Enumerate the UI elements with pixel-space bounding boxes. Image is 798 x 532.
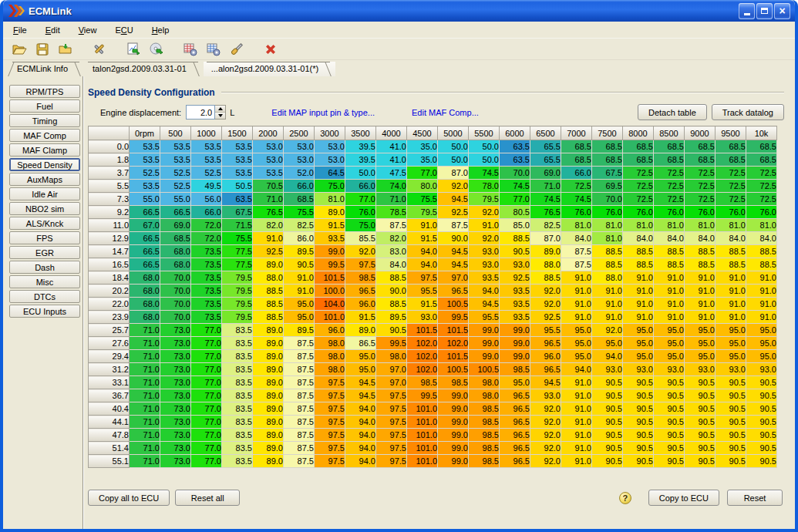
ve-cell[interactable]: 97.5 — [376, 442, 407, 455]
row-header-18-4[interactable]: 18.4 — [89, 271, 130, 285]
ve-cell[interactable]: 67.5 — [222, 206, 253, 219]
ve-cell[interactable]: 95.0 — [654, 350, 685, 363]
ve-cell[interactable]: 68.0 — [130, 298, 160, 311]
ve-cell[interactable]: 74.0 — [376, 180, 407, 193]
open-file-button[interactable] — [9, 40, 29, 59]
ve-cell[interactable]: 99.0 — [438, 416, 469, 429]
row-header-7-3[interactable]: 7.3 — [89, 193, 130, 206]
ve-cell[interactable]: 97.5 — [315, 416, 345, 429]
ve-cell[interactable]: 70.0 — [160, 285, 191, 298]
col-header-8000[interactable]: 8000 — [623, 126, 654, 140]
ve-cell[interactable]: 91.0 — [561, 455, 592, 468]
ve-cell[interactable]: 95.0 — [623, 350, 654, 363]
ve-cell[interactable]: 92.0 — [438, 180, 469, 193]
ve-cell[interactable]: 50.0 — [438, 140, 469, 153]
tab-ecmlink-info[interactable]: ECMLink Info — [9, 62, 85, 76]
engine-displacement-input[interactable] — [186, 105, 215, 120]
col-header-5500[interactable]: 5500 — [469, 126, 500, 140]
ve-cell[interactable]: 84.0 — [685, 232, 716, 245]
ve-cell[interactable]: 92.5 — [438, 206, 469, 219]
ve-cell[interactable]: 63.5 — [500, 140, 530, 153]
ve-cell[interactable]: 72.5 — [685, 180, 716, 193]
ve-cell[interactable]: 91.0 — [592, 285, 623, 298]
ve-cell[interactable]: 92.0 — [345, 245, 376, 258]
ve-cell[interactable]: 90.5 — [592, 376, 623, 389]
ve-cell[interactable]: 75.5 — [284, 206, 315, 219]
ve-cell[interactable]: 75.5 — [407, 193, 438, 206]
ve-cell[interactable]: 98.0 — [315, 337, 345, 350]
ve-cell[interactable]: 53.5 — [160, 140, 191, 153]
ve-cell[interactable]: 84.0 — [654, 232, 685, 245]
ve-cell[interactable]: 93.5 — [500, 285, 530, 298]
ve-cell[interactable]: 88.5 — [685, 245, 716, 258]
ve-cell[interactable]: 92.0 — [530, 298, 561, 311]
ve-cell[interactable]: 72.5 — [716, 193, 746, 206]
ve-cell[interactable]: 91.5 — [407, 298, 438, 311]
ve-cell[interactable]: 93.0 — [500, 258, 530, 271]
col-header-3000[interactable]: 3000 — [315, 126, 345, 140]
ve-cell[interactable]: 88.5 — [530, 271, 561, 285]
ve-cell[interactable]: 97.0 — [376, 363, 407, 376]
col-header-1500[interactable]: 1500 — [222, 126, 253, 140]
ve-cell[interactable]: 88.0 — [253, 271, 284, 285]
ve-cell[interactable]: 68.0 — [130, 311, 160, 324]
ve-cell[interactable]: 76.0 — [746, 206, 777, 219]
ve-cell[interactable]: 87.5 — [284, 389, 315, 402]
ve-cell[interactable]: 74.5 — [561, 193, 592, 206]
ve-cell[interactable]: 91.0 — [746, 311, 777, 324]
ve-cell[interactable]: 90.5 — [592, 429, 623, 442]
save-file-button[interactable] — [32, 40, 52, 59]
ve-cell[interactable]: 92.5 — [530, 311, 561, 324]
ve-cell[interactable]: 97.5 — [315, 376, 345, 389]
ve-cell[interactable]: 71.5 — [222, 219, 253, 232]
ve-cell[interactable]: 66.5 — [130, 258, 160, 271]
ve-cell[interactable]: 77.0 — [191, 376, 222, 389]
ve-cell[interactable]: 95.0 — [284, 298, 315, 311]
ve-cell[interactable]: 91.0 — [253, 232, 284, 245]
sidebar-item-egr[interactable]: EGR — [9, 246, 80, 259]
ve-cell[interactable]: 73.0 — [160, 416, 191, 429]
ve-cell[interactable]: 93.0 — [469, 258, 500, 271]
ve-cell[interactable]: 91.5 — [407, 232, 438, 245]
ve-cell[interactable]: 87.5 — [284, 376, 315, 389]
ve-cell[interactable]: 98.5 — [469, 455, 500, 468]
ve-cell[interactable]: 95.0 — [561, 350, 592, 363]
copy-all-to-ecu-button[interactable]: Copy all to ECU — [88, 490, 170, 506]
ve-cell[interactable]: 53.0 — [315, 140, 345, 153]
row-header-31-2[interactable]: 31.2 — [89, 363, 130, 376]
row-header-29-4[interactable]: 29.4 — [89, 350, 130, 363]
spinner-up-button[interactable] — [215, 106, 225, 113]
ve-cell[interactable]: 67.5 — [592, 167, 623, 180]
ve-cell[interactable]: 90.5 — [623, 376, 654, 389]
ve-cell[interactable]: 101.5 — [315, 271, 345, 285]
sidebar-item-ecu-inputs[interactable]: ECU Inputs — [9, 305, 80, 318]
ve-cell[interactable]: 95.0 — [654, 324, 685, 337]
ve-cell[interactable]: 95.0 — [685, 324, 716, 337]
ve-cell[interactable]: 53.5 — [191, 140, 222, 153]
sidebar-item-timing[interactable]: Timing — [9, 114, 80, 127]
ve-cell[interactable]: 81.0 — [592, 232, 623, 245]
sidebar-item-maf-clamp[interactable]: MAF Clamp — [9, 143, 80, 157]
ve-cell[interactable]: 90.5 — [376, 324, 407, 337]
ve-cell[interactable]: 52.5 — [160, 167, 191, 180]
ve-cell[interactable]: 91.0 — [561, 402, 592, 416]
ve-cell[interactable]: 92.0 — [592, 324, 623, 337]
ve-cell[interactable]: 91.0 — [716, 298, 746, 311]
ve-cell[interactable]: 81.0 — [746, 219, 777, 232]
ve-cell[interactable]: 83.5 — [222, 455, 253, 468]
ve-cell[interactable]: 96.0 — [315, 324, 345, 337]
ve-cell[interactable]: 66.0 — [345, 180, 376, 193]
ve-cell[interactable]: 90.5 — [716, 455, 746, 468]
row-header-14-7[interactable]: 14.7 — [89, 245, 130, 258]
ve-cell[interactable]: 101.0 — [315, 311, 345, 324]
ve-cell[interactable]: 55.0 — [160, 193, 191, 206]
ve-cell[interactable]: 97.5 — [376, 416, 407, 429]
ve-cell[interactable]: 96.5 — [438, 285, 469, 298]
ve-cell[interactable]: 99.0 — [469, 324, 500, 337]
ve-cell[interactable]: 98.5 — [500, 363, 530, 376]
ve-cell[interactable]: 73.5 — [191, 245, 222, 258]
ve-cell[interactable]: 71.0 — [130, 376, 160, 389]
ve-cell[interactable]: 88.5 — [716, 258, 746, 271]
menu-item-ecu[interactable]: ECU — [108, 23, 140, 37]
ve-cell[interactable]: 68.5 — [685, 153, 716, 167]
